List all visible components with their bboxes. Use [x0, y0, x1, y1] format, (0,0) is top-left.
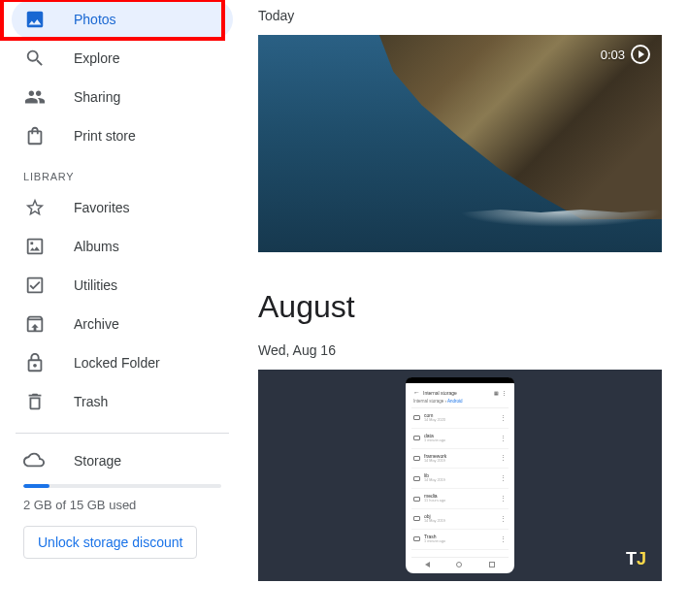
phone-file-row: media11 hours ago⋮	[411, 489, 509, 509]
sidebar-item-label: Locked Folder	[74, 355, 160, 371]
sidebar: Photos Explore Sharing Print store LIBRA…	[0, 0, 241, 616]
sidebar-item-albums[interactable]: Albums	[12, 227, 233, 266]
photo-thumbnail-video[interactable]: 0:03	[258, 35, 662, 252]
nav-recent-icon	[489, 562, 495, 567]
grid-icon: ▦	[494, 390, 499, 396]
phone-nav-bar	[411, 557, 509, 567]
phone-status-bar	[406, 377, 514, 383]
trash-icon	[23, 390, 47, 413]
phone-title: Internal storage	[423, 390, 457, 396]
sidebar-item-photos[interactable]: Photos	[12, 0, 233, 39]
sidebar-item-label: Print store	[74, 128, 136, 144]
nav-home-icon	[456, 562, 462, 567]
image-icon	[23, 8, 47, 31]
sidebar-item-favorites[interactable]: Favorites	[12, 188, 233, 227]
phone-breadcrumb: Internal storage › Android	[411, 399, 509, 408]
phone-file-row: Trash1 minute ago⋮	[411, 530, 509, 550]
storage-label: Storage	[74, 453, 121, 469]
more-icon: ⋮	[502, 390, 507, 396]
folder-icon	[413, 456, 420, 461]
folder-icon	[413, 516, 420, 521]
row-more-icon: ⋮	[500, 438, 507, 439]
folder-icon	[413, 536, 420, 541]
phone-file-list: com14 May 2020⋮data1 minute ago⋮framewor…	[411, 408, 509, 550]
phone-file-row: lib14 May 2019⋮	[411, 469, 509, 489]
phone-file-row: obj14 May 2019⋮	[411, 509, 509, 530]
storage-used-text: 2 GB of 15 GB used	[12, 488, 233, 526]
sidebar-item-utilities[interactable]: Utilities	[12, 266, 233, 305]
sidebar-item-label: Trash	[74, 394, 108, 409]
archive-icon	[23, 312, 47, 336]
row-more-icon: ⋮	[500, 538, 507, 540]
folder-icon	[413, 497, 420, 502]
back-arrow-icon: ←	[413, 389, 420, 396]
lock-icon	[23, 351, 47, 374]
date-header-aug16: Wed, Aug 16	[258, 342, 673, 358]
nav-back-icon	[425, 562, 430, 567]
sidebar-item-label: Explore	[74, 50, 119, 66]
row-more-icon: ⋮	[500, 417, 507, 419]
row-more-icon: ⋮	[500, 457, 507, 459]
divider	[16, 433, 229, 434]
sidebar-item-label: Utilities	[74, 277, 117, 293]
library-section-header: LIBRARY	[12, 155, 233, 188]
phone-mockup: ← Internal storage ▦ ⋮ Internal storage …	[406, 377, 514, 573]
sidebar-item-print-store[interactable]: Print store	[12, 116, 233, 155]
album-icon	[23, 235, 47, 258]
sidebar-item-storage[interactable]: Storage	[12, 441, 233, 480]
search-icon	[23, 47, 47, 70]
sidebar-item-label: Sharing	[74, 89, 120, 105]
folder-icon	[413, 476, 420, 481]
sidebar-item-label: Favorites	[74, 200, 130, 215]
video-duration-text: 0:03	[601, 48, 625, 62]
people-icon	[23, 85, 47, 109]
sidebar-item-explore[interactable]: Explore	[12, 39, 233, 78]
sidebar-item-label: Photos	[74, 12, 116, 27]
play-icon	[631, 45, 650, 64]
sidebar-item-archive[interactable]: Archive	[12, 305, 233, 343]
row-more-icon: ⋮	[500, 498, 507, 500]
phone-header: ← Internal storage ▦ ⋮	[411, 387, 509, 399]
unlock-storage-discount-button[interactable]: Unlock storage discount	[23, 526, 197, 559]
phone-file-row: data1 minute ago⋮	[411, 429, 509, 449]
phone-file-row: com14 May 2020⋮	[411, 408, 509, 429]
video-duration-overlay: 0:03	[601, 45, 650, 64]
star-icon	[23, 196, 47, 219]
folder-icon	[413, 436, 420, 440]
check-box-icon	[23, 274, 47, 297]
sidebar-item-sharing[interactable]: Sharing	[12, 78, 233, 116]
month-header: August	[258, 289, 673, 325]
photo-thumbnail-screenshot[interactable]: ← Internal storage ▦ ⋮ Internal storage …	[258, 370, 662, 581]
sidebar-item-label: Albums	[74, 239, 119, 254]
sidebar-item-label: Archive	[74, 316, 119, 332]
folder-icon	[413, 415, 420, 420]
sidebar-item-trash[interactable]: Trash	[12, 382, 233, 421]
main-content: Today 0:03 August Wed, Aug 16 ← Internal…	[241, 0, 689, 616]
phone-file-row: framework14 May 2019⋮	[411, 449, 509, 470]
cloud-icon	[23, 449, 47, 472]
tj-watermark: TJ	[626, 549, 646, 569]
row-more-icon: ⋮	[500, 477, 507, 479]
sidebar-item-locked-folder[interactable]: Locked Folder	[12, 343, 233, 382]
date-header-today: Today	[258, 8, 673, 23]
shopping-bag-icon	[23, 124, 47, 147]
row-more-icon: ⋮	[500, 518, 507, 520]
